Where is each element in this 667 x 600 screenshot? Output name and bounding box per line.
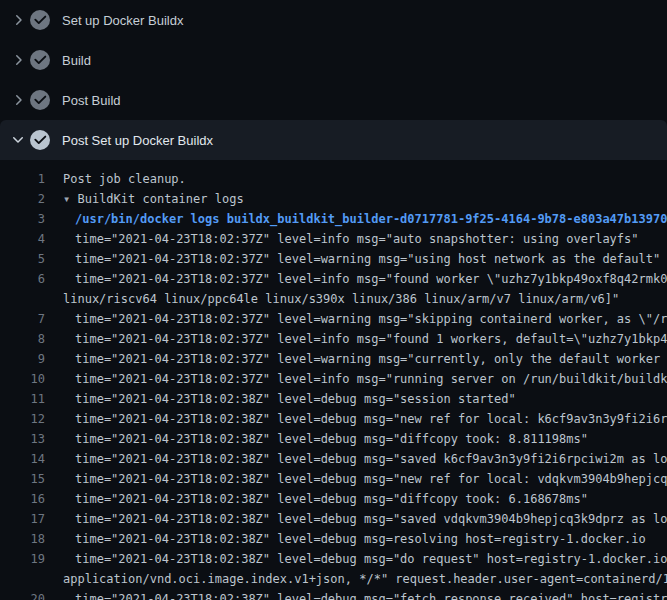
log-line: 5 time="2021-04-23T18:02:37Z" level=warn… [0,249,667,269]
log-line: application/vnd.oci.image.index.v1+json,… [0,569,667,589]
log-line: 16 time="2021-04-23T18:02:38Z" level=deb… [0,489,667,509]
line-number[interactable]: 5 [0,249,45,269]
line-text: time="2021-04-23T18:02:37Z" level=warnin… [63,249,660,269]
line-number[interactable]: 1 [0,169,45,189]
line-text: time="2021-04-23T18:02:38Z" level=debug … [63,549,667,569]
line-text: time="2021-04-23T18:02:37Z" level=warnin… [63,349,667,369]
line-text: time="2021-04-23T18:02:38Z" level=debug … [63,529,646,549]
line-text: time="2021-04-23T18:02:38Z" level=debug … [63,389,516,409]
group-toggle-icon[interactable]: ▾ [63,192,77,206]
line-text: ▾ BuildKit container logs [63,189,244,209]
line-text: time="2021-04-23T18:02:37Z" level=info m… [63,269,667,289]
line-number[interactable]: 10 [0,369,45,389]
line-text: time="2021-04-23T18:02:38Z" level=debug … [63,429,588,449]
line-number[interactable]: 4 [0,229,45,249]
line-text: time="2021-04-23T18:02:38Z" level=debug … [63,509,667,529]
line-number[interactable]: 8 [0,329,45,349]
log-viewer: 1 Post job cleanup. 2 ▾ BuildKit contain… [0,160,667,600]
line-number[interactable] [0,569,45,589]
line-text: linux/riscv64 linux/ppc64le linux/s390x … [63,289,619,309]
line-number[interactable]: 13 [0,429,45,449]
line-text: time="2021-04-23T18:02:37Z" level=info m… [63,229,639,249]
log-line: 8 time="2021-04-23T18:02:37Z" level=info… [0,329,667,349]
line-text: time="2021-04-23T18:02:38Z" level=debug … [63,449,667,469]
step-label: Build [62,53,91,68]
line-number[interactable]: 20 [0,589,45,600]
line-text: time="2021-04-23T18:02:37Z" level=info m… [63,369,667,389]
step-label: Post Build [62,93,121,108]
line-text: time="2021-04-23T18:02:38Z" level=debug … [63,409,667,429]
step-item-post-set-up-docker-buildx[interactable]: Post Set up Docker Buildx [0,120,667,160]
check-circle-icon [30,10,50,30]
log-line: 12 time="2021-04-23T18:02:38Z" level=deb… [0,409,667,429]
log-line: 18 time="2021-04-23T18:02:38Z" level=deb… [0,529,667,549]
chevron-right-icon [10,12,26,28]
line-number[interactable]: 16 [0,489,45,509]
line-number[interactable]: 7 [0,309,45,329]
line-text: application/vnd.oci.image.index.v1+json,… [63,569,667,589]
log-line: 19 time="2021-04-23T18:02:38Z" level=deb… [0,549,667,569]
line-text: time="2021-04-23T18:02:37Z" level=warnin… [63,309,667,329]
line-text: time="2021-04-23T18:02:38Z" level=debug … [63,489,588,509]
log-line: 2 ▾ BuildKit container logs [0,189,667,209]
line-number[interactable] [0,289,45,309]
log-line: 20 time="2021-04-23T18:02:38Z" level=deb… [0,589,667,600]
step-label: Set up Docker Buildx [62,13,183,28]
check-circle-icon [30,50,50,70]
line-text: /usr/bin/docker logs buildx_buildkit_bui… [63,209,667,229]
step-item-set-up-docker-buildx[interactable]: Set up Docker Buildx [0,0,667,40]
log-line: 1 Post job cleanup. [0,169,667,189]
chevron-down-icon [10,132,26,148]
check-circle-icon [30,130,50,150]
line-number[interactable]: 6 [0,269,45,289]
log-line: 10 time="2021-04-23T18:02:37Z" level=inf… [0,369,667,389]
line-number[interactable]: 17 [0,509,45,529]
line-number[interactable]: 11 [0,389,45,409]
log-line: 11 time="2021-04-23T18:02:38Z" level=deb… [0,389,667,409]
line-number[interactable]: 12 [0,409,45,429]
chevron-right-icon [10,52,26,68]
chevron-right-icon [10,92,26,108]
check-circle-icon [30,90,50,110]
line-text: time="2021-04-23T18:02:37Z" level=info m… [63,329,667,349]
log-line: 7 time="2021-04-23T18:02:37Z" level=warn… [0,309,667,329]
line-number[interactable]: 9 [0,349,45,369]
log-line: 3 /usr/bin/docker logs buildx_buildkit_b… [0,209,667,229]
log-line: linux/riscv64 linux/ppc64le linux/s390x … [0,289,667,309]
line-number[interactable]: 2 [0,189,45,209]
line-number[interactable]: 3 [0,209,45,229]
log-line: 17 time="2021-04-23T18:02:38Z" level=deb… [0,509,667,529]
log-line: 4 time="2021-04-23T18:02:37Z" level=info… [0,229,667,249]
log-line: 15 time="2021-04-23T18:02:38Z" level=deb… [0,469,667,489]
line-text: time="2021-04-23T18:02:38Z" level=debug … [63,589,667,600]
line-number[interactable]: 14 [0,449,45,469]
log-line: 13 time="2021-04-23T18:02:38Z" level=deb… [0,429,667,449]
line-number[interactable]: 18 [0,529,45,549]
line-number[interactable]: 15 [0,469,45,489]
step-item-build[interactable]: Build [0,40,667,80]
line-text: time="2021-04-23T18:02:38Z" level=debug … [63,469,667,489]
log-lines: 1 Post job cleanup. 2 ▾ BuildKit contain… [0,169,667,600]
steps-list: Set up Docker Buildx Build Post Build Po… [0,0,667,160]
step-label: Post Set up Docker Buildx [62,133,213,148]
line-number[interactable]: 19 [0,549,45,569]
log-line: 9 time="2021-04-23T18:02:37Z" level=warn… [0,349,667,369]
log-line: 14 time="2021-04-23T18:02:38Z" level=deb… [0,449,667,469]
log-line: 6 time="2021-04-23T18:02:37Z" level=info… [0,269,667,289]
line-text: Post job cleanup. [63,169,186,189]
step-item-post-build[interactable]: Post Build [0,80,667,120]
